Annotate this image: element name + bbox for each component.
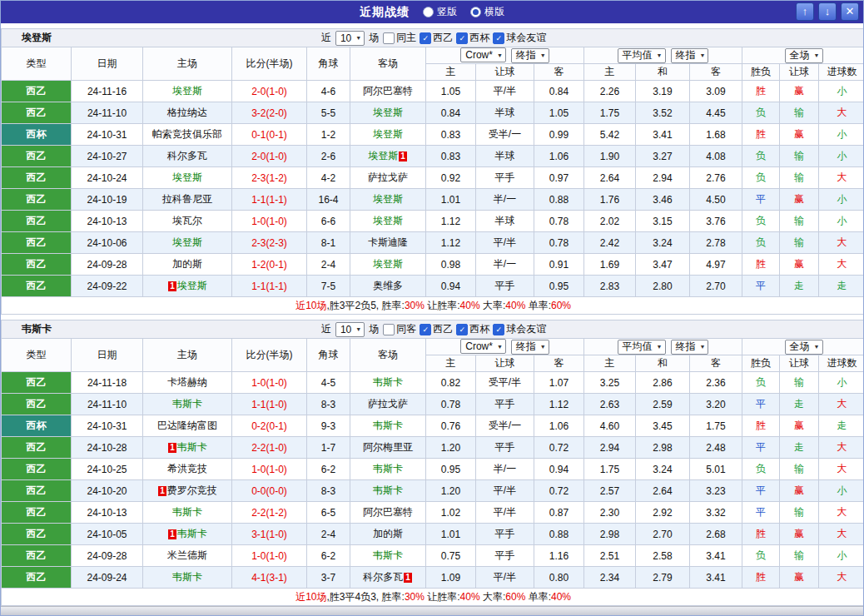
home-team-cell[interactable]: 1韦斯卡 — [143, 437, 232, 459]
league-filter-3-label: 球会友谊 — [506, 31, 546, 45]
away-team-cell[interactable]: 埃登斯1 — [350, 146, 426, 167]
home-team-cell[interactable]: 韦斯卡 — [143, 394, 232, 415]
away-team-cell[interactable]: 萨拉戈萨 — [350, 394, 426, 415]
home-team-cell[interactable]: 韦斯卡 — [143, 567, 232, 589]
avg-home-odds-cell: 1.76 — [584, 189, 636, 211]
score-cell[interactable]: 1-0(1-0) — [232, 459, 307, 480]
score-cell[interactable]: 2-2(1-0) — [232, 437, 307, 459]
score-cell[interactable]: 1-0(1-0) — [232, 372, 307, 394]
layout-mode-vertical[interactable]: 竖版 — [423, 5, 457, 19]
scroll-down-button[interactable]: ↓ — [818, 2, 837, 21]
score-cell[interactable]: 0-2(0-1) — [232, 415, 307, 437]
home-team-cell[interactable]: 1韦斯卡 — [143, 524, 232, 545]
league-filter-2[interactable]: 西杯 — [456, 31, 489, 45]
league-type-cell: 西乙 — [2, 102, 72, 124]
odds-time-select[interactable]: 终指▼ — [511, 48, 549, 63]
scroll-up-button[interactable]: ↑ — [796, 2, 814, 21]
league-filter-2[interactable]: 西杯 — [456, 322, 489, 336]
home-team-cell[interactable]: 拉科鲁尼亚 — [143, 189, 232, 211]
home-team-cell[interactable]: 埃瓦尔 — [143, 211, 232, 232]
score-cell[interactable]: 2-3(1-2) — [232, 167, 307, 189]
odds-time-select[interactable]: 终指▼ — [511, 340, 549, 355]
corner-cell: 6-5 — [307, 502, 350, 524]
away-team-cell[interactable]: 卡斯迪隆 — [350, 232, 426, 254]
score-cell[interactable]: 3-1(1-0) — [232, 524, 307, 545]
away-team-cell[interactable]: 韦斯卡 — [350, 480, 426, 502]
sub-col-header: 主 — [584, 355, 636, 372]
home-team-cell[interactable]: 格拉纳达 — [143, 102, 232, 124]
away-team-cell[interactable]: 埃登斯 — [350, 189, 426, 211]
home-team-cell[interactable]: 埃登斯 — [143, 167, 232, 189]
away-team-cell[interactable]: 埃登斯 — [350, 211, 426, 232]
layout-mode-horizontal[interactable]: 横版 — [470, 5, 504, 19]
home-team-cell[interactable]: 加的斯 — [143, 254, 232, 276]
away-team-cell[interactable]: 埃登斯 — [350, 124, 426, 146]
score-cell[interactable]: 1-1(1-0) — [232, 394, 307, 415]
home-team-cell[interactable]: 希洪竞技 — [143, 459, 232, 480]
odds-source-select[interactable]: Crow*▼ — [460, 47, 506, 62]
score-cell[interactable]: 1-0(1-0) — [232, 211, 307, 232]
home-team-cell[interactable]: 卡塔赫纳 — [143, 372, 232, 394]
home-team-cell[interactable]: 米兰德斯 — [143, 545, 232, 567]
away-team-cell[interactable]: 韦斯卡 — [350, 415, 426, 437]
avg-time-select[interactable]: 终指▼ — [671, 340, 709, 355]
avg-time-select[interactable]: 终指▼ — [671, 48, 709, 63]
score-cell[interactable]: 1-0(1-0) — [232, 545, 307, 567]
away-team-cell[interactable]: 萨拉戈萨 — [350, 167, 426, 189]
home-team-cell[interactable]: 帕索竞技俱乐部 — [143, 124, 232, 146]
score-cell[interactable]: 4-1(3-1) — [232, 567, 307, 589]
match-count-select[interactable]: 10▼ — [335, 322, 365, 337]
league-filter-3[interactable]: 球会友谊 — [493, 322, 546, 336]
away-team-cell[interactable]: 阿尔巴塞特 — [350, 502, 426, 524]
league-filter-1[interactable]: 西乙 — [420, 31, 453, 45]
result-cell: 负 — [742, 372, 780, 394]
same-venue-filter[interactable]: 同客 — [383, 322, 416, 336]
away-team-cell[interactable]: 韦斯卡 — [350, 372, 426, 394]
home-team-cell[interactable]: 科尔多瓦 — [143, 146, 232, 167]
away-team-cell[interactable]: 埃登斯 — [350, 254, 426, 276]
score-cell[interactable]: 2-0(1-0) — [232, 146, 307, 167]
home-team-cell-text: 巴达隆纳富图 — [157, 420, 217, 431]
away-team-cell[interactable]: 阿尔梅里亚 — [350, 437, 426, 459]
home-team-cell-text: 韦斯卡 — [172, 571, 202, 583]
league-filter-3[interactable]: 球会友谊 — [493, 31, 546, 45]
score-cell[interactable]: 2-0(1-0) — [232, 81, 307, 102]
home-team-cell-text: 埃登斯 — [177, 280, 207, 291]
away-team-cell-text: 阿尔巴塞特 — [363, 506, 413, 518]
score-cell[interactable]: 0-0(0-0) — [232, 480, 307, 502]
score-cell[interactable]: 2-3(2-3) — [232, 232, 307, 254]
league-filter-1[interactable]: 西乙 — [420, 322, 453, 336]
odds-source-select[interactable]: Crow*▼ — [460, 339, 506, 354]
away-team-cell[interactable]: 埃登斯 — [350, 102, 426, 124]
home-team-cell[interactable]: 1费罗尔竞技 — [143, 480, 232, 502]
away-team-cell[interactable]: 加的斯 — [350, 524, 426, 545]
home-team-cell[interactable]: 埃登斯 — [143, 232, 232, 254]
avg-source-select[interactable]: 平均值▼ — [618, 48, 666, 63]
home-team-cell[interactable]: 1埃登斯 — [143, 276, 232, 297]
score-cell[interactable]: 1-1(1-1) — [232, 189, 307, 211]
score-cell[interactable]: 1-2(0-1) — [232, 254, 307, 276]
score-cell[interactable]: 0-1(0-1) — [232, 124, 307, 146]
away-team-cell[interactable]: 奥维多 — [350, 276, 426, 297]
home-team-cell[interactable]: 埃登斯 — [143, 81, 232, 102]
home-team-cell[interactable]: 巴达隆纳富图 — [143, 415, 232, 437]
away-team-cell[interactable]: 韦斯卡 — [350, 545, 426, 567]
score-cell[interactable]: 2-2(1-2) — [232, 502, 307, 524]
summary-stat-label: 单率: — [525, 300, 551, 311]
same-venue-filter[interactable]: 同主 — [383, 31, 416, 45]
crow-handicap-cell: 平手 — [476, 394, 534, 415]
score-cell[interactable]: 1-1(1-1) — [232, 276, 307, 297]
result-scope-select[interactable]: 全场▼ — [785, 48, 823, 63]
dropdown-arrow-icon: ▼ — [700, 52, 706, 58]
avg-source-select[interactable]: 平均值▼ — [618, 340, 666, 355]
home-team-cell[interactable]: 韦斯卡 — [143, 502, 232, 524]
away-team-cell[interactable]: 韦斯卡 — [350, 459, 426, 480]
away-team-cell[interactable]: 阿尔巴塞特 — [350, 81, 426, 102]
result-scope-select[interactable]: 全场▼ — [785, 340, 823, 355]
close-button[interactable]: ✕ — [841, 2, 859, 21]
away-team-cell-text: 阿尔梅里亚 — [363, 441, 413, 453]
away-team-cell[interactable]: 科尔多瓦1 — [350, 567, 426, 589]
crow-away-odds-cell: 0.78 — [534, 211, 584, 232]
match-count-select[interactable]: 10▼ — [335, 31, 365, 46]
score-cell[interactable]: 3-2(2-0) — [232, 102, 307, 124]
